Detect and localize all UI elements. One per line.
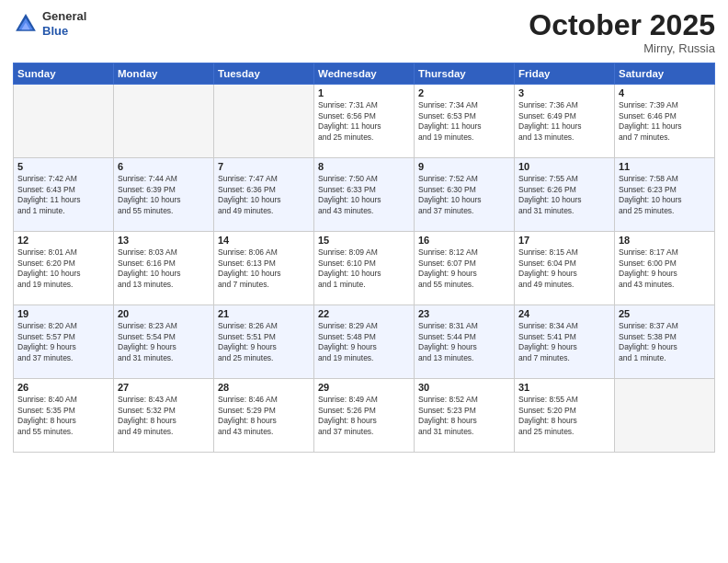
day-info: Sunrise: 8:17 AM Sunset: 6:00 PM Dayligh… xyxy=(619,247,711,290)
calendar-cell: 7Sunrise: 7:47 AM Sunset: 6:36 PM Daylig… xyxy=(214,158,314,232)
day-number: 1 xyxy=(318,87,410,98)
weekday-saturday: Saturday xyxy=(615,63,715,85)
calendar-week-1: 1Sunrise: 7:31 AM Sunset: 6:56 PM Daylig… xyxy=(14,85,715,158)
calendar-cell: 23Sunrise: 8:31 AM Sunset: 5:44 PM Dayli… xyxy=(415,305,515,379)
calendar-cell: 29Sunrise: 8:49 AM Sunset: 5:26 PM Dayli… xyxy=(314,379,415,453)
day-info: Sunrise: 8:31 AM Sunset: 5:44 PM Dayligh… xyxy=(418,321,510,363)
calendar-cell: 18Sunrise: 8:17 AM Sunset: 6:00 PM Dayli… xyxy=(615,232,715,305)
day-info: Sunrise: 7:44 AM Sunset: 6:39 PM Dayligh… xyxy=(118,174,210,216)
calendar-cell: 30Sunrise: 8:52 AM Sunset: 5:23 PM Dayli… xyxy=(415,379,515,453)
calendar-week-4: 19Sunrise: 8:20 AM Sunset: 5:57 PM Dayli… xyxy=(14,305,715,379)
day-number: 29 xyxy=(318,382,410,393)
day-info: Sunrise: 8:29 AM Sunset: 5:48 PM Dayligh… xyxy=(318,321,410,363)
weekday-monday: Monday xyxy=(114,63,214,85)
day-number: 20 xyxy=(118,308,210,319)
day-number: 14 xyxy=(218,235,310,246)
calendar-cell: 31Sunrise: 8:55 AM Sunset: 5:20 PM Dayli… xyxy=(515,379,615,453)
calendar-week-5: 26Sunrise: 8:40 AM Sunset: 5:35 PM Dayli… xyxy=(14,379,715,453)
calendar-cell: 5Sunrise: 7:42 AM Sunset: 6:43 PM Daylig… xyxy=(14,158,114,232)
day-number: 7 xyxy=(218,161,310,172)
calendar-cell: 16Sunrise: 8:12 AM Sunset: 6:07 PM Dayli… xyxy=(415,232,515,305)
day-number: 6 xyxy=(118,161,210,172)
day-info: Sunrise: 8:34 AM Sunset: 5:41 PM Dayligh… xyxy=(518,321,610,363)
day-info: Sunrise: 8:20 AM Sunset: 5:57 PM Dayligh… xyxy=(17,321,109,363)
day-info: Sunrise: 8:37 AM Sunset: 5:38 PM Dayligh… xyxy=(619,321,711,363)
calendar-cell xyxy=(615,379,715,453)
day-info: Sunrise: 7:47 AM Sunset: 6:36 PM Dayligh… xyxy=(218,174,310,216)
day-info: Sunrise: 8:09 AM Sunset: 6:10 PM Dayligh… xyxy=(318,247,410,290)
day-number: 18 xyxy=(619,235,711,246)
day-number: 30 xyxy=(418,382,510,393)
day-info: Sunrise: 8:55 AM Sunset: 5:20 PM Dayligh… xyxy=(518,395,610,437)
day-info: Sunrise: 8:26 AM Sunset: 5:51 PM Dayligh… xyxy=(218,321,310,363)
day-info: Sunrise: 8:46 AM Sunset: 5:29 PM Dayligh… xyxy=(218,395,310,437)
day-info: Sunrise: 8:23 AM Sunset: 5:54 PM Dayligh… xyxy=(118,321,210,363)
day-info: Sunrise: 8:01 AM Sunset: 6:20 PM Dayligh… xyxy=(17,247,109,290)
weekday-tuesday: Tuesday xyxy=(214,63,314,85)
calendar-cell: 24Sunrise: 8:34 AM Sunset: 5:41 PM Dayli… xyxy=(515,305,615,379)
logo-text: General Blue xyxy=(42,9,86,38)
day-info: Sunrise: 8:40 AM Sunset: 5:35 PM Dayligh… xyxy=(17,395,109,437)
day-info: Sunrise: 8:03 AM Sunset: 6:16 PM Dayligh… xyxy=(118,247,210,290)
day-number: 12 xyxy=(17,235,109,246)
day-info: Sunrise: 7:39 AM Sunset: 6:46 PM Dayligh… xyxy=(619,100,711,143)
calendar-table: SundayMondayTuesdayWednesdayThursdayFrid… xyxy=(13,63,715,453)
calendar-cell: 22Sunrise: 8:29 AM Sunset: 5:48 PM Dayli… xyxy=(314,305,415,379)
calendar-cell: 4Sunrise: 7:39 AM Sunset: 6:46 PM Daylig… xyxy=(615,85,715,158)
calendar-cell xyxy=(114,85,214,158)
day-info: Sunrise: 7:50 AM Sunset: 6:33 PM Dayligh… xyxy=(318,174,410,216)
day-number: 4 xyxy=(619,87,711,98)
day-info: Sunrise: 7:58 AM Sunset: 6:23 PM Dayligh… xyxy=(619,174,711,216)
day-info: Sunrise: 8:12 AM Sunset: 6:07 PM Dayligh… xyxy=(418,247,510,290)
day-number: 28 xyxy=(218,382,310,393)
weekday-header-row: SundayMondayTuesdayWednesdayThursdayFrid… xyxy=(14,63,715,85)
day-info: Sunrise: 7:36 AM Sunset: 6:49 PM Dayligh… xyxy=(518,100,610,143)
logo: General Blue xyxy=(13,9,86,38)
calendar-cell: 12Sunrise: 8:01 AM Sunset: 6:20 PM Dayli… xyxy=(14,232,114,305)
calendar-cell: 14Sunrise: 8:06 AM Sunset: 6:13 PM Dayli… xyxy=(214,232,314,305)
day-number: 31 xyxy=(518,382,610,393)
calendar-cell: 2Sunrise: 7:34 AM Sunset: 6:53 PM Daylig… xyxy=(415,85,515,158)
calendar-cell: 8Sunrise: 7:50 AM Sunset: 6:33 PM Daylig… xyxy=(314,158,415,232)
calendar-cell: 28Sunrise: 8:46 AM Sunset: 5:29 PM Dayli… xyxy=(214,379,314,453)
logo-icon xyxy=(13,11,39,37)
calendar-cell: 1Sunrise: 7:31 AM Sunset: 6:56 PM Daylig… xyxy=(314,85,415,158)
day-number: 26 xyxy=(17,382,109,393)
day-number: 22 xyxy=(318,308,410,319)
calendar-cell: 3Sunrise: 7:36 AM Sunset: 6:49 PM Daylig… xyxy=(515,85,615,158)
month-title: October 2025 xyxy=(529,9,715,41)
day-info: Sunrise: 7:42 AM Sunset: 6:43 PM Dayligh… xyxy=(17,174,109,216)
day-number: 9 xyxy=(418,161,510,172)
weekday-sunday: Sunday xyxy=(14,63,114,85)
day-info: Sunrise: 8:15 AM Sunset: 6:04 PM Dayligh… xyxy=(518,247,610,290)
calendar-cell xyxy=(14,85,114,158)
weekday-wednesday: Wednesday xyxy=(314,63,415,85)
day-number: 16 xyxy=(418,235,510,246)
day-info: Sunrise: 8:43 AM Sunset: 5:32 PM Dayligh… xyxy=(118,395,210,437)
calendar-week-3: 12Sunrise: 8:01 AM Sunset: 6:20 PM Dayli… xyxy=(14,232,715,305)
day-number: 11 xyxy=(619,161,711,172)
calendar-cell: 26Sunrise: 8:40 AM Sunset: 5:35 PM Dayli… xyxy=(14,379,114,453)
location: Mirny, Russia xyxy=(529,41,715,55)
page-header: General Blue October 2025 Mirny, Russia xyxy=(13,9,715,55)
day-number: 10 xyxy=(518,161,610,172)
weekday-friday: Friday xyxy=(515,63,615,85)
day-info: Sunrise: 7:55 AM Sunset: 6:26 PM Dayligh… xyxy=(518,174,610,216)
day-number: 23 xyxy=(418,308,510,319)
calendar-cell: 27Sunrise: 8:43 AM Sunset: 5:32 PM Dayli… xyxy=(114,379,214,453)
day-number: 5 xyxy=(17,161,109,172)
day-info: Sunrise: 7:31 AM Sunset: 6:56 PM Dayligh… xyxy=(318,100,410,143)
calendar-week-2: 5Sunrise: 7:42 AM Sunset: 6:43 PM Daylig… xyxy=(14,158,715,232)
calendar-cell: 10Sunrise: 7:55 AM Sunset: 6:26 PM Dayli… xyxy=(515,158,615,232)
day-info: Sunrise: 8:52 AM Sunset: 5:23 PM Dayligh… xyxy=(418,395,510,437)
calendar-cell: 13Sunrise: 8:03 AM Sunset: 6:16 PM Dayli… xyxy=(114,232,214,305)
weekday-thursday: Thursday xyxy=(415,63,515,85)
day-number: 21 xyxy=(218,308,310,319)
calendar-cell: 6Sunrise: 7:44 AM Sunset: 6:39 PM Daylig… xyxy=(114,158,214,232)
day-number: 13 xyxy=(118,235,210,246)
day-info: Sunrise: 7:52 AM Sunset: 6:30 PM Dayligh… xyxy=(418,174,510,216)
calendar-cell: 25Sunrise: 8:37 AM Sunset: 5:38 PM Dayli… xyxy=(615,305,715,379)
calendar-cell: 19Sunrise: 8:20 AM Sunset: 5:57 PM Dayli… xyxy=(14,305,114,379)
day-info: Sunrise: 8:49 AM Sunset: 5:26 PM Dayligh… xyxy=(318,395,410,437)
title-block: October 2025 Mirny, Russia xyxy=(529,9,715,55)
